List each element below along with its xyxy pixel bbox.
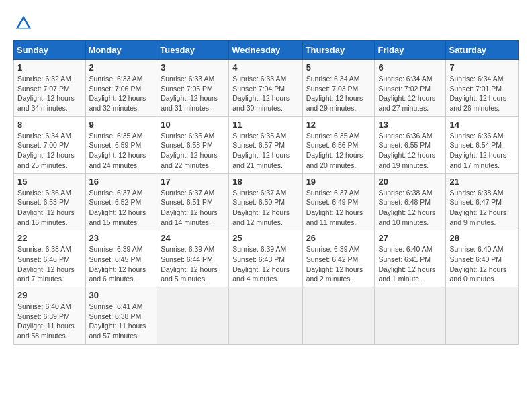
- calendar-cell: [302, 287, 375, 345]
- day-number: 6: [378, 62, 442, 73]
- calendar-cell: 9Sunrise: 6:35 AM Sunset: 6:59 PM Daylig…: [85, 116, 157, 173]
- calendar-week-1: 1Sunrise: 6:32 AM Sunset: 7:07 PM Daylig…: [14, 60, 519, 117]
- day-info: Sunrise: 6:35 AM Sunset: 6:57 PM Dayligh…: [232, 131, 298, 171]
- calendar-cell: 30Sunrise: 6:41 AM Sunset: 6:38 PM Dayli…: [85, 287, 157, 345]
- calendar-cell: 19Sunrise: 6:37 AM Sunset: 6:49 PM Dayli…: [302, 173, 375, 230]
- calendar-cell: 26Sunrise: 6:39 AM Sunset: 6:42 PM Dayli…: [302, 230, 375, 287]
- weekday-header-wednesday: Wednesday: [229, 41, 302, 60]
- calendar-header: SundayMondayTuesdayWednesdayThursdayFrid…: [14, 41, 519, 60]
- calendar-table: SundayMondayTuesdayWednesdayThursdayFrid…: [13, 40, 519, 345]
- day-number: 18: [232, 177, 298, 187]
- day-info: Sunrise: 6:35 AM Sunset: 6:58 PM Dayligh…: [161, 131, 225, 171]
- day-info: Sunrise: 6:37 AM Sunset: 6:52 PM Dayligh…: [89, 188, 154, 228]
- day-number: 10: [161, 120, 225, 130]
- day-number: 24: [161, 233, 225, 243]
- calendar-cell: 7Sunrise: 6:34 AM Sunset: 7:01 PM Daylig…: [446, 60, 519, 117]
- day-info: Sunrise: 6:39 AM Sunset: 6:44 PM Dayligh…: [161, 244, 225, 284]
- day-number: 20: [378, 177, 442, 187]
- calendar-cell: 28Sunrise: 6:40 AM Sunset: 6:40 PM Dayli…: [446, 230, 519, 287]
- calendar-week-2: 8Sunrise: 6:34 AM Sunset: 7:00 PM Daylig…: [14, 116, 519, 173]
- calendar-cell: 15Sunrise: 6:36 AM Sunset: 6:53 PM Dayli…: [14, 173, 86, 230]
- weekday-header-row: SundayMondayTuesdayWednesdayThursdayFrid…: [14, 41, 519, 60]
- weekday-header-sunday: Sunday: [14, 41, 86, 60]
- day-number: 2: [89, 62, 154, 73]
- day-number: 16: [89, 177, 154, 187]
- day-info: Sunrise: 6:40 AM Sunset: 6:39 PM Dayligh…: [17, 302, 82, 341]
- calendar-cell: 16Sunrise: 6:37 AM Sunset: 6:52 PM Dayli…: [85, 173, 157, 230]
- calendar-cell: 18Sunrise: 6:37 AM Sunset: 6:50 PM Dayli…: [229, 173, 302, 230]
- day-number: 17: [161, 177, 225, 187]
- calendar-cell: 1Sunrise: 6:32 AM Sunset: 7:07 PM Daylig…: [14, 60, 86, 117]
- day-number: 13: [378, 120, 442, 130]
- day-info: Sunrise: 6:38 AM Sunset: 6:47 PM Dayligh…: [449, 188, 515, 228]
- calendar-cell: 2Sunrise: 6:33 AM Sunset: 7:06 PM Daylig…: [85, 60, 157, 117]
- calendar-cell: [157, 287, 229, 345]
- logo-icon: [13, 13, 34, 34]
- calendar-cell: 8Sunrise: 6:34 AM Sunset: 7:00 PM Daylig…: [14, 116, 86, 173]
- day-number: 22: [17, 233, 82, 243]
- day-info: Sunrise: 6:37 AM Sunset: 6:51 PM Dayligh…: [161, 188, 225, 228]
- day-info: Sunrise: 6:37 AM Sunset: 6:50 PM Dayligh…: [232, 188, 298, 228]
- day-number: 30: [89, 290, 154, 300]
- calendar-week-4: 22Sunrise: 6:38 AM Sunset: 6:46 PM Dayli…: [14, 230, 519, 287]
- logo: [13, 13, 36, 34]
- calendar-cell: 6Sunrise: 6:34 AM Sunset: 7:02 PM Daylig…: [375, 60, 446, 117]
- day-info: Sunrise: 6:33 AM Sunset: 7:05 PM Dayligh…: [161, 74, 225, 113]
- day-info: Sunrise: 6:38 AM Sunset: 6:48 PM Dayligh…: [378, 188, 442, 228]
- day-number: 11: [232, 120, 298, 130]
- day-info: Sunrise: 6:33 AM Sunset: 7:04 PM Dayligh…: [232, 74, 298, 113]
- day-info: Sunrise: 6:39 AM Sunset: 6:45 PM Dayligh…: [89, 244, 154, 284]
- day-info: Sunrise: 6:33 AM Sunset: 7:06 PM Dayligh…: [89, 74, 154, 113]
- day-info: Sunrise: 6:37 AM Sunset: 6:49 PM Dayligh…: [306, 188, 371, 228]
- weekday-header-monday: Monday: [85, 41, 157, 60]
- day-number: 3: [161, 62, 225, 73]
- calendar-cell: 29Sunrise: 6:40 AM Sunset: 6:39 PM Dayli…: [14, 287, 86, 345]
- calendar-week-3: 15Sunrise: 6:36 AM Sunset: 6:53 PM Dayli…: [14, 173, 519, 230]
- day-number: 19: [306, 177, 371, 187]
- day-info: Sunrise: 6:41 AM Sunset: 6:38 PM Dayligh…: [89, 302, 154, 341]
- day-number: 8: [17, 120, 82, 130]
- calendar-cell: 3Sunrise: 6:33 AM Sunset: 7:05 PM Daylig…: [157, 60, 229, 117]
- calendar-cell: 22Sunrise: 6:38 AM Sunset: 6:46 PM Dayli…: [14, 230, 86, 287]
- day-number: 15: [17, 177, 82, 187]
- calendar-cell: 20Sunrise: 6:38 AM Sunset: 6:48 PM Dayli…: [375, 173, 446, 230]
- day-info: Sunrise: 6:39 AM Sunset: 6:43 PM Dayligh…: [232, 244, 298, 284]
- calendar-cell: [446, 287, 519, 345]
- calendar-cell: 21Sunrise: 6:38 AM Sunset: 6:47 PM Dayli…: [446, 173, 519, 230]
- calendar-cell: 24Sunrise: 6:39 AM Sunset: 6:44 PM Dayli…: [157, 230, 229, 287]
- calendar-cell: [375, 287, 446, 345]
- day-info: Sunrise: 6:40 AM Sunset: 6:41 PM Dayligh…: [378, 244, 442, 284]
- day-number: 5: [306, 62, 371, 73]
- day-info: Sunrise: 6:39 AM Sunset: 6:42 PM Dayligh…: [306, 244, 371, 284]
- day-info: Sunrise: 6:36 AM Sunset: 6:53 PM Dayligh…: [17, 188, 82, 228]
- page-header: [13, 13, 519, 34]
- day-number: 26: [306, 233, 371, 243]
- calendar-cell: 27Sunrise: 6:40 AM Sunset: 6:41 PM Dayli…: [375, 230, 446, 287]
- day-number: 25: [232, 233, 298, 243]
- weekday-header-thursday: Thursday: [302, 41, 375, 60]
- day-number: 28: [449, 233, 515, 243]
- calendar-cell: 10Sunrise: 6:35 AM Sunset: 6:58 PM Dayli…: [157, 116, 229, 173]
- calendar-body: 1Sunrise: 6:32 AM Sunset: 7:07 PM Daylig…: [14, 60, 519, 345]
- day-info: Sunrise: 6:36 AM Sunset: 6:54 PM Dayligh…: [449, 131, 515, 171]
- calendar-cell: 5Sunrise: 6:34 AM Sunset: 7:03 PM Daylig…: [302, 60, 375, 117]
- day-info: Sunrise: 6:34 AM Sunset: 7:01 PM Dayligh…: [449, 74, 515, 113]
- weekday-header-friday: Friday: [375, 41, 446, 60]
- day-info: Sunrise: 6:34 AM Sunset: 7:02 PM Dayligh…: [378, 74, 442, 113]
- day-number: 7: [449, 62, 515, 73]
- calendar-cell: 23Sunrise: 6:39 AM Sunset: 6:45 PM Dayli…: [85, 230, 157, 287]
- day-info: Sunrise: 6:38 AM Sunset: 6:46 PM Dayligh…: [17, 244, 82, 284]
- day-number: 4: [232, 62, 298, 73]
- day-info: Sunrise: 6:35 AM Sunset: 6:59 PM Dayligh…: [89, 131, 154, 171]
- day-number: 29: [17, 290, 82, 300]
- calendar-cell: 11Sunrise: 6:35 AM Sunset: 6:57 PM Dayli…: [229, 116, 302, 173]
- calendar-cell: 17Sunrise: 6:37 AM Sunset: 6:51 PM Dayli…: [157, 173, 229, 230]
- day-number: 9: [89, 120, 154, 130]
- day-number: 14: [449, 120, 515, 130]
- calendar-cell: 12Sunrise: 6:35 AM Sunset: 6:56 PM Dayli…: [302, 116, 375, 173]
- day-number: 12: [306, 120, 371, 130]
- calendar-cell: 13Sunrise: 6:36 AM Sunset: 6:55 PM Dayli…: [375, 116, 446, 173]
- day-info: Sunrise: 6:35 AM Sunset: 6:56 PM Dayligh…: [306, 131, 371, 171]
- day-info: Sunrise: 6:36 AM Sunset: 6:55 PM Dayligh…: [378, 131, 442, 171]
- calendar-cell: 14Sunrise: 6:36 AM Sunset: 6:54 PM Dayli…: [446, 116, 519, 173]
